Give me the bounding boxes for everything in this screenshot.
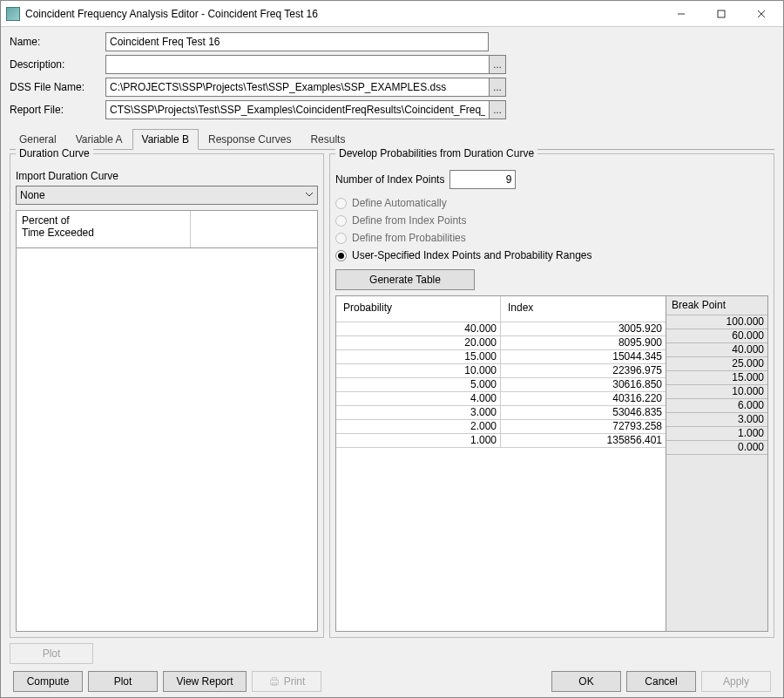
print-button: Print (252, 671, 321, 692)
develop-probabilities-group: Develop Probabilities from Duration Curv… (329, 153, 774, 638)
window-root: Coincident Frequency Analysis Editor - C… (0, 0, 784, 698)
breakpoint-row[interactable]: 60.000 (666, 329, 767, 343)
app-icon (6, 7, 20, 21)
window-title: Coincident Frequency Analysis Editor - C… (25, 8, 661, 20)
index-header: Index (501, 296, 666, 322)
breakpoint-row[interactable]: 10.000 (666, 385, 767, 399)
import-duration-label: Import Duration Curve (16, 170, 318, 182)
probability-header: Probability (336, 296, 501, 322)
description-label: Description: (10, 58, 105, 71)
table-row[interactable]: 4.00040316.220 (336, 392, 666, 406)
prob-index-table[interactable]: Probability Index 40.0003005.92020.00080… (335, 295, 666, 632)
chevron-down-icon (305, 189, 314, 201)
breakpoint-row[interactable]: 100.000 (666, 315, 767, 329)
num-index-label: Number of Index Points (335, 173, 444, 186)
plot-button-disabled: Plot (10, 643, 93, 664)
combo-value: None (20, 189, 45, 201)
dss-browse-button[interactable]: … (490, 78, 506, 97)
cancel-button[interactable]: Cancel (626, 671, 696, 692)
duration-curve-legend: Duration Curve (16, 147, 93, 159)
radio-icon (335, 233, 347, 244)
develop-probabilities-legend: Develop Probabilities from Duration Curv… (335, 147, 537, 159)
radio-icon (335, 215, 347, 227)
breakpoint-row[interactable]: 6.000 (666, 399, 767, 413)
breakpoint-table[interactable]: Break Point 100.00060.00040.00025.00015.… (666, 295, 768, 632)
generate-table-button[interactable]: Generate Table (335, 269, 475, 290)
table-row[interactable]: 5.00030616.850 (336, 378, 666, 392)
radio-define-from-probabilities[interactable]: Define from Probabilities (335, 232, 768, 244)
client-area: Name: Description: … DSS File Name: … Re… (1, 27, 783, 697)
svg-rect-1 (718, 10, 725, 17)
apply-button: Apply (701, 671, 771, 692)
radio-define-automatically[interactable]: Define Automatically (335, 197, 768, 209)
minimize-button[interactable] (661, 2, 701, 26)
table-row[interactable]: 2.00072793.258 (336, 420, 666, 434)
maximize-button[interactable] (701, 2, 741, 26)
breakpoint-row[interactable]: 1.000 (666, 427, 767, 441)
plot-button[interactable]: Plot (88, 671, 158, 692)
name-label: Name: (10, 36, 105, 48)
report-browse-button[interactable]: … (490, 100, 506, 119)
breakpoint-row[interactable]: 15.000 (666, 371, 767, 385)
radio-icon (335, 198, 347, 209)
percent-time-header: Percent of Time Exceeded (17, 211, 191, 247)
table-row[interactable]: 1.000135856.401 (336, 434, 666, 448)
breakpoint-row[interactable]: 25.000 (666, 357, 767, 371)
svg-rect-5 (272, 678, 276, 681)
report-label: Report File: (10, 104, 105, 116)
breakpoint-row[interactable]: 0.000 (666, 441, 767, 455)
radio-icon (335, 250, 347, 261)
table-row[interactable]: 10.00022396.975 (336, 364, 666, 378)
breakpoint-header: Break Point (666, 296, 767, 315)
tab-variable-b[interactable]: Variable B (132, 129, 199, 150)
view-report-button[interactable]: View Report (163, 671, 247, 692)
radio-user-specified[interactable]: User-Specified Index Points and Probabil… (335, 249, 768, 261)
duration-grid-body[interactable] (16, 248, 318, 632)
report-input[interactable] (105, 100, 490, 119)
import-duration-combo[interactable]: None (16, 186, 318, 205)
duration-grid-header: Percent of Time Exceeded (16, 210, 318, 248)
ok-button[interactable]: OK (551, 671, 621, 692)
breakpoint-row[interactable]: 3.000 (666, 413, 767, 427)
close-button[interactable] (741, 2, 781, 26)
tab-response-curves[interactable]: Response Curves (199, 129, 301, 150)
dss-input[interactable] (105, 78, 490, 97)
duration-curve-group: Duration Curve Import Duration Curve Non… (10, 153, 324, 638)
description-browse-button[interactable]: … (490, 55, 506, 74)
num-index-input[interactable]: 9 (449, 170, 516, 189)
breakpoint-row[interactable]: 40.000 (666, 343, 767, 357)
table-row[interactable]: 20.0008095.900 (336, 336, 666, 350)
titlebar: Coincident Frequency Analysis Editor - C… (1, 1, 783, 27)
print-icon (268, 675, 280, 688)
table-row[interactable]: 40.0003005.920 (336, 322, 666, 336)
table-row[interactable]: 15.00015044.345 (336, 350, 666, 364)
name-input[interactable] (105, 32, 489, 51)
dss-label: DSS File Name: (10, 81, 105, 93)
table-row[interactable]: 3.00053046.835 (336, 406, 666, 420)
compute-button[interactable]: Compute (13, 671, 83, 692)
radio-define-from-index-points[interactable]: Define from Index Points (335, 214, 768, 227)
description-input[interactable] (105, 55, 490, 74)
